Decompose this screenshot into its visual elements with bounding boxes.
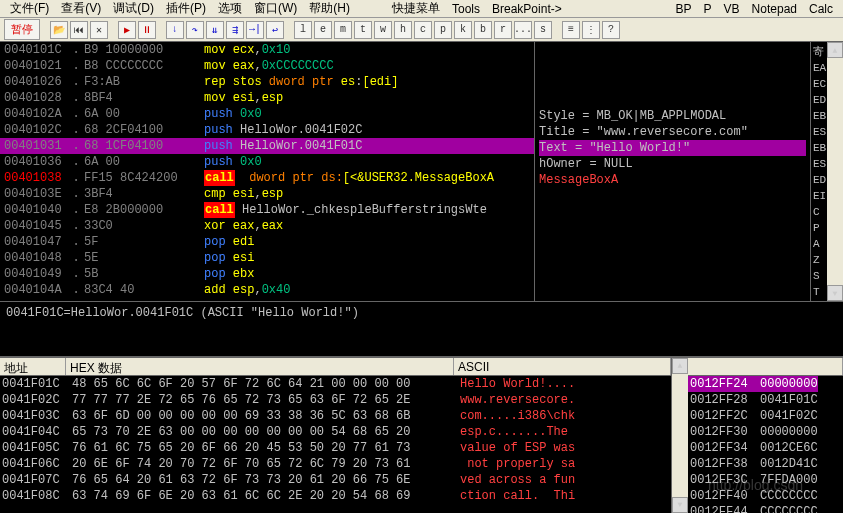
traceinto-icon[interactable]: ⇊	[206, 21, 224, 39]
comment-row[interactable]	[539, 60, 806, 76]
comment-row[interactable]: Title = "www.reversecore.com"	[539, 124, 806, 140]
rewind-icon[interactable]: ⏮	[70, 21, 88, 39]
comment-row[interactable]: MessageBoxA	[539, 172, 806, 188]
hex-row[interactable]: 0041F08C63 74 69 6F 6E 20 63 61 6C 6C 2E…	[0, 488, 671, 504]
disasm-row[interactable]: 0040102C.68 2CF04100push HelloWor.0041F0…	[0, 122, 534, 138]
window-e-button[interactable]: e	[314, 21, 332, 39]
disasm-row[interactable]: 00401045.33C0xor eax,eax	[0, 218, 534, 234]
stack-row[interactable]: 0012FF280041F01C	[688, 392, 843, 408]
window-w-button[interactable]: w	[374, 21, 392, 39]
disasm-row[interactable]: 00401038.FF15 8C424200call dword ptr ds:…	[0, 170, 534, 186]
disasm-row[interactable]: 0040104A.83C4 40add esp,0x40	[0, 282, 534, 298]
disasm-row[interactable]: 00401048.5Epop esi	[0, 250, 534, 266]
hex-row[interactable]: 0041F02C77 77 77 2E 72 65 76 65 72 73 65…	[0, 392, 671, 408]
comment-pane[interactable]: Style = MB_OK|MB_APPLMODALTitle = "www.r…	[535, 42, 810, 301]
comment-row[interactable]: hOwner = NULL	[539, 156, 806, 172]
disasm-row[interactable]: 00401047.5Fpop edi	[0, 234, 534, 250]
disasm-row[interactable]: 00401049.5Bpop ebx	[0, 266, 534, 282]
hex-row[interactable]: 0041F05C76 61 6C 75 65 20 6F 66 20 45 53…	[0, 440, 671, 456]
menu-debug[interactable]: 调试(D)	[107, 0, 160, 17]
comment-row[interactable]	[539, 44, 806, 60]
disasm-row[interactable]: 0040101C.B9 10000000mov ecx,0x10	[0, 42, 534, 58]
window-h-button[interactable]: h	[394, 21, 412, 39]
comment-row[interactable]: Text = "Hello World!"	[539, 140, 806, 156]
scroll-down-icon[interactable]: ▼	[672, 497, 688, 513]
registers-pane[interactable]: ▲ ▼ 寄EAECEDEBESEBESEDEICPAZSTDO	[810, 42, 843, 301]
comment-row[interactable]	[539, 220, 806, 236]
disasm-row[interactable]: 00401031.68 1CF04100push HelloWor.0041F0…	[0, 138, 534, 154]
menu-window[interactable]: 窗口(W)	[248, 0, 303, 17]
disasm-row[interactable]: 00401028.8BF4mov esi,esp	[0, 90, 534, 106]
window-t-button[interactable]: t	[354, 21, 372, 39]
stack-row[interactable]: 0012FF44CCCCCCCC	[688, 504, 843, 513]
disasm-row[interactable]: 00401036.6A 00push 0x0	[0, 154, 534, 170]
hex-row[interactable]: 0041F03C63 6F 6D 00 00 00 00 00 69 33 38…	[0, 408, 671, 424]
hex-row[interactable]: 0041F06C20 6E 6F 74 20 70 72 6F 70 65 72…	[0, 456, 671, 472]
scroll-up-icon[interactable]: ▲	[672, 358, 688, 374]
menu-notepad[interactable]: Notepad	[746, 2, 803, 16]
menu-vb[interactable]: VB	[718, 2, 746, 16]
window-p-button[interactable]: p	[434, 21, 452, 39]
comment-row[interactable]	[539, 76, 806, 92]
stack-row[interactable]: 0012FF340012CE6C	[688, 440, 843, 456]
list-icon[interactable]: ≡	[562, 21, 580, 39]
menu-plugin[interactable]: 插件(P)	[160, 0, 212, 17]
traceover-icon[interactable]: ⇶	[226, 21, 244, 39]
stack-row[interactable]: 0012FF380012D41C	[688, 456, 843, 472]
menu-file[interactable]: 文件(F)	[4, 0, 55, 17]
stepinto-icon[interactable]: ↓	[166, 21, 184, 39]
options-icon[interactable]: ⋮	[582, 21, 600, 39]
hex-pane[interactable]: 地址 HEX 数据 ASCII 0041F01C48 65 6C 6C 6F 2…	[0, 358, 672, 513]
menu-view[interactable]: 查看(V)	[55, 0, 107, 17]
play-icon[interactable]: ▶	[118, 21, 136, 39]
disasm-row[interactable]: 00401021.B8 CCCCCCCCmov eax,0xCCCCCCCC	[0, 58, 534, 74]
menu-option[interactable]: 选项	[212, 0, 248, 17]
disasm-row[interactable]: 00401026.F3:ABrep stos dword ptr es:[edi…	[0, 74, 534, 90]
menu-breakpoint[interactable]: BreakPoint->	[486, 2, 568, 16]
comment-row[interactable]	[539, 204, 806, 220]
comment-row[interactable]	[539, 92, 806, 108]
menu-calc[interactable]: Calc	[803, 2, 839, 16]
window-r-button[interactable]: r	[494, 21, 512, 39]
open-icon[interactable]: 📂	[50, 21, 68, 39]
stack-row[interactable]: 0012FF40CCCCCCCC	[688, 488, 843, 504]
rununtil-icon[interactable]: →|	[246, 21, 264, 39]
scroll-down-icon[interactable]: ▼	[827, 285, 843, 301]
help-icon[interactable]: ?	[602, 21, 620, 39]
hex-row[interactable]: 0041F01C48 65 6C 6C 6F 20 57 6F 72 6C 64…	[0, 376, 671, 392]
hex-row[interactable]: 0041F07C76 65 64 20 61 63 72 6F 73 73 20…	[0, 472, 671, 488]
disasm-row[interactable]: 00401040.E8 2B000000call HelloWor._chkes…	[0, 202, 534, 218]
comment-row[interactable]	[539, 188, 806, 204]
comment-row[interactable]	[539, 268, 806, 284]
menu-tools[interactable]: Tools	[446, 2, 486, 16]
window-c-button[interactable]: c	[414, 21, 432, 39]
hex-row[interactable]: 0041F04C65 73 70 2E 63 00 00 00 00 00 00…	[0, 424, 671, 440]
window-s-button[interactable]: s	[534, 21, 552, 39]
stack-row[interactable]: 0012FF3C7FFDA000	[688, 472, 843, 488]
menu-quick[interactable]: 快捷菜单	[386, 0, 446, 17]
menu-bp[interactable]: BP	[670, 2, 698, 16]
close-icon[interactable]: ✕	[90, 21, 108, 39]
return-icon[interactable]: ↩	[266, 21, 284, 39]
stack-row[interactable]: 0012FF2400000000	[688, 376, 843, 392]
disassembly-pane[interactable]: 0040101C.B9 10000000mov ecx,0x1000401021…	[0, 42, 535, 301]
stack-pane[interactable]: 0012FF24000000000012FF280041F01C0012FF2C…	[688, 358, 843, 513]
pause-icon[interactable]: ⏸	[138, 21, 156, 39]
window-l-button[interactable]: l	[294, 21, 312, 39]
stack-row[interactable]: 0012FF2C0041F02C	[688, 408, 843, 424]
scroll-up-icon[interactable]: ▲	[827, 42, 843, 58]
comment-row[interactable]	[539, 252, 806, 268]
window-...-button[interactable]: ...	[514, 21, 532, 39]
scrollbar[interactable]: ▲ ▼	[827, 42, 843, 301]
window-k-button[interactable]: k	[454, 21, 472, 39]
stepover-icon[interactable]: ↷	[186, 21, 204, 39]
comment-row[interactable]	[539, 284, 806, 300]
stack-row[interactable]: 0012FF3000000000	[688, 424, 843, 440]
disasm-row[interactable]: 0040103E.3BF4cmp esi,esp	[0, 186, 534, 202]
disasm-row[interactable]: 0040102A.6A 00push 0x0	[0, 106, 534, 122]
menu-p[interactable]: P	[698, 2, 718, 16]
comment-row[interactable]: Style = MB_OK|MB_APPLMODAL	[539, 108, 806, 124]
comment-row[interactable]	[539, 236, 806, 252]
menu-help[interactable]: 帮助(H)	[303, 0, 356, 17]
window-b-button[interactable]: b	[474, 21, 492, 39]
